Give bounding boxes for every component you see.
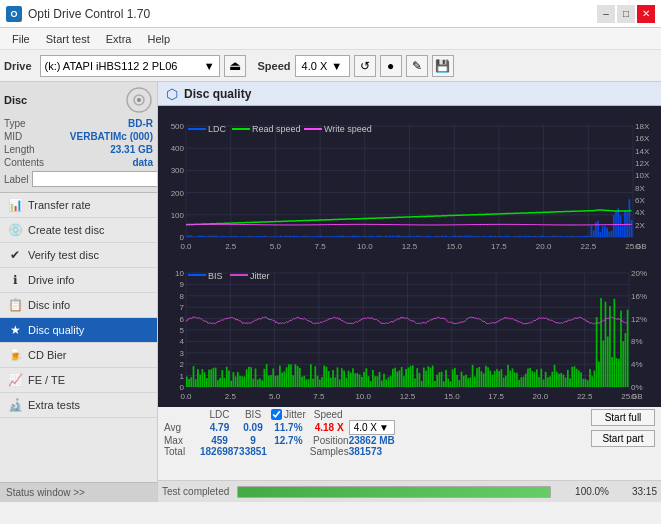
drive-dropdown[interactable]: (k:) ATAPI iHBS112 2 PL06 ▼ — [40, 55, 220, 77]
disc-mid-row: MID VERBATIMc (000) — [4, 131, 153, 142]
content-area: ⬡ Disc quality LDC BIS — [158, 82, 661, 502]
minimize-button[interactable]: – — [597, 5, 615, 23]
sidebar-menu: 📊 Transfer rate 💿 Create test disc ✔ Ver… — [0, 193, 157, 482]
menu-start-test[interactable]: Start test — [38, 31, 98, 47]
titlebar: O Opti Drive Control 1.70 – □ ✕ — [0, 0, 661, 28]
sidebar: Disc Type BD-R MID VERBATIMc (000) Lengt… — [0, 82, 158, 502]
sidebar-item-disc-quality[interactable]: ★ Disc quality — [0, 318, 157, 343]
status-text: Test completed — [162, 486, 229, 497]
maximize-button[interactable]: □ — [617, 5, 635, 23]
progress-bar-fill — [238, 487, 550, 497]
sidebar-item-label: Disc info — [28, 299, 70, 311]
svg-point-2 — [137, 98, 141, 102]
stats-table: LDC BIS Jitter Speed — [164, 409, 395, 457]
sidebar-item-label: Drive info — [28, 274, 74, 286]
edit-button[interactable]: ✎ — [406, 55, 428, 77]
sidebar-item-label: CD Bier — [28, 349, 67, 361]
speed-dropdown[interactable]: 4.0 X ▼ — [295, 55, 350, 77]
dropdown-arrow-icon: ▼ — [204, 60, 215, 72]
sidebar-item-verify-test-disc[interactable]: ✔ Verify test disc — [0, 243, 157, 268]
start-part-button[interactable]: Start part — [591, 430, 655, 447]
disc-info-icon: 📋 — [8, 298, 22, 312]
max-position: 23862 MB — [349, 435, 395, 446]
speed-setting-value: 4.0 X — [354, 422, 377, 433]
start-full-button[interactable]: Start full — [591, 409, 655, 426]
sidebar-item-disc-info[interactable]: 📋 Disc info — [0, 293, 157, 318]
disc-mid-value: VERBATIMc (000) — [70, 131, 153, 142]
cd-bier-icon: 🍺 — [8, 348, 22, 362]
fe-te-icon: 📈 — [8, 373, 22, 387]
speed-value: 4.0 X — [302, 60, 328, 72]
disc-type-row: Type BD-R — [4, 118, 153, 129]
total-samples: 381573 — [349, 446, 395, 457]
sidebar-item-drive-info[interactable]: ℹ Drive info — [0, 268, 157, 293]
lower-chart-canvas — [158, 257, 661, 407]
total-ldc: 1826987 — [200, 446, 239, 457]
sidebar-item-create-test-disc[interactable]: 💿 Create test disc — [0, 218, 157, 243]
max-bis: 9 — [239, 435, 267, 446]
refresh-button[interactable]: ↺ — [354, 55, 376, 77]
disc-header: Disc — [4, 86, 153, 114]
titlebar-left: O Opti Drive Control 1.70 — [6, 6, 150, 22]
avg-bis: 0.09 — [239, 420, 267, 435]
sidebar-item-label: Extra tests — [28, 399, 80, 411]
disc-contents-label: Contents — [4, 157, 44, 168]
jitter-label: Jitter — [284, 409, 306, 420]
main-layout: Disc Type BD-R MID VERBATIMc (000) Lengt… — [0, 82, 661, 502]
drive-info-icon: ℹ — [8, 273, 22, 287]
menu-help[interactable]: Help — [139, 31, 178, 47]
content-header-title: Disc quality — [184, 87, 251, 101]
app-icon: O — [6, 6, 22, 22]
disc-label-label: Label — [4, 174, 28, 185]
disc-contents-row: Contents data — [4, 157, 153, 168]
samples-label: Samples — [310, 446, 349, 457]
status-window-label: Status window >> — [6, 487, 85, 498]
verify-test-disc-icon: ✔ — [8, 248, 22, 262]
disc-label-row: Label 🔍 — [4, 170, 153, 188]
bis-header: BIS — [239, 409, 267, 420]
sidebar-item-transfer-rate[interactable]: 📊 Transfer rate — [0, 193, 157, 218]
sidebar-item-label: Disc quality — [28, 324, 84, 336]
position-label: Position — [310, 435, 349, 446]
create-test-disc-icon: 💿 — [8, 223, 22, 237]
disc-icon — [125, 86, 153, 114]
total-label: Total — [164, 446, 200, 457]
eject-button[interactable]: ⏏ — [224, 55, 246, 77]
sidebar-item-cd-bier[interactable]: 🍺 CD Bier — [0, 343, 157, 368]
progress-bar-container: Test completed 100.0% 33:15 — [158, 480, 661, 502]
speed-setting-dropdown[interactable]: 4.0 X ▼ — [349, 420, 395, 435]
progress-percent: 100.0% — [559, 486, 609, 497]
status-window-button[interactable]: Status window >> — [0, 482, 157, 502]
avg-label: Avg — [164, 420, 200, 435]
disc-label-input[interactable] — [32, 171, 158, 187]
stats-bar: LDC BIS Jitter Speed — [158, 406, 661, 480]
app-title: Opti Drive Control 1.70 — [28, 7, 150, 21]
content-header: ⬡ Disc quality — [158, 82, 661, 106]
ldc-header: LDC — [200, 409, 239, 420]
save-button[interactable]: 💾 — [432, 55, 454, 77]
max-ldc: 459 — [200, 435, 239, 446]
sidebar-item-label: FE / TE — [28, 374, 65, 386]
drive-label: Drive — [4, 60, 32, 72]
max-label: Max — [164, 435, 200, 446]
close-button[interactable]: ✕ — [637, 5, 655, 23]
jitter-checkbox-label[interactable]: Jitter — [271, 409, 306, 420]
extra-tests-icon: 🔬 — [8, 398, 22, 412]
avg-speed: 4.18 X — [310, 420, 349, 435]
jitter-checkbox[interactable] — [271, 409, 282, 420]
disc-type-value: BD-R — [128, 118, 153, 129]
avg-ldc: 4.79 — [200, 420, 239, 435]
sidebar-item-label: Verify test disc — [28, 249, 99, 261]
upper-chart — [158, 106, 661, 257]
record-button[interactable]: ● — [380, 55, 402, 77]
sidebar-item-fe-te[interactable]: 📈 FE / TE — [0, 368, 157, 393]
sidebar-item-extra-tests[interactable]: 🔬 Extra tests — [0, 393, 157, 418]
sidebar-item-label: Transfer rate — [28, 199, 91, 211]
speed-setting-arrow: ▼ — [379, 422, 389, 433]
progress-time: 33:15 — [617, 486, 657, 497]
menu-extra[interactable]: Extra — [98, 31, 140, 47]
speed-label: Speed — [258, 60, 291, 72]
avg-jitter: 11.7% — [267, 420, 310, 435]
menu-file[interactable]: File — [4, 31, 38, 47]
total-bis: 33851 — [239, 446, 267, 457]
